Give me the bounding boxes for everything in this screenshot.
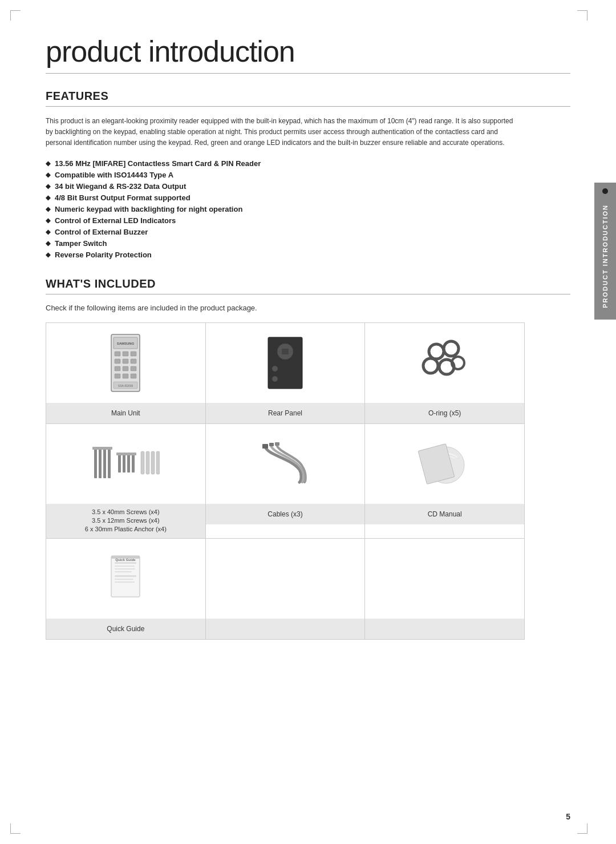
title-divider xyxy=(46,73,570,74)
svg-rect-14 xyxy=(131,374,136,378)
included-section-title: WHAT'S INCLUDED xyxy=(46,277,570,290)
svg-rect-7 xyxy=(123,359,128,364)
cables-icon xyxy=(257,441,314,487)
feature-item-8: Tamper Switch xyxy=(46,239,570,248)
svg-rect-19 xyxy=(282,349,289,354)
feature-item-9: Reverse Polarity Protection xyxy=(46,251,570,259)
feature-item-6: Control of External LED Indicators xyxy=(46,216,570,225)
svg-rect-4 xyxy=(123,352,128,356)
svg-rect-48 xyxy=(269,443,274,446)
svg-rect-5 xyxy=(131,352,136,356)
item-label-main-unit: Main Unit xyxy=(46,403,205,423)
item-cell-rear-panel: Rear Panel xyxy=(206,323,366,423)
feature-item-4: 4/8 Bit Burst Output Format supported xyxy=(46,193,570,202)
svg-rect-59 xyxy=(115,571,132,572)
svg-rect-11 xyxy=(131,366,136,371)
svg-rect-56 xyxy=(115,562,136,564)
svg-rect-10 xyxy=(123,366,128,371)
feature-item-7: Control of External Buzzer xyxy=(46,228,570,236)
svg-rect-27 xyxy=(94,447,97,478)
items-row-1: SAMSUNG SSA-R2000 xyxy=(46,323,524,424)
rear-panel-icon xyxy=(262,334,308,391)
svg-rect-41 xyxy=(132,453,135,473)
included-description: Check if the following items are include… xyxy=(46,304,570,312)
corner-mark-tl xyxy=(10,10,21,21)
svg-rect-29 xyxy=(99,447,102,478)
item-cell-cd: CD Manual xyxy=(365,424,524,538)
svg-text:SSA-R2000: SSA-R2000 xyxy=(118,384,133,387)
svg-point-23 xyxy=(444,341,459,356)
svg-rect-61 xyxy=(115,579,133,580)
feature-item-5: Numeric keypad with backlighting for nig… xyxy=(46,205,570,213)
side-tab: PRODUCT INTRODUCTION xyxy=(594,183,616,320)
item-image-cd xyxy=(365,424,524,504)
item-cell-oring: O-ring (x5) xyxy=(365,323,524,423)
item-label-oring: O-ring (x5) xyxy=(365,403,524,423)
corner-mark-br xyxy=(577,823,587,834)
svg-rect-12 xyxy=(115,374,120,378)
svg-rect-60 xyxy=(115,575,136,577)
item-cell-empty-1 xyxy=(206,539,366,639)
features-list: 13.56 MHz [MIFARE] Contactless Smart Car… xyxy=(46,159,570,259)
corner-mark-bl xyxy=(10,823,21,834)
included-divider xyxy=(46,294,570,294)
item-image-cables xyxy=(206,424,365,504)
item-cell-main-unit: SAMSUNG SSA-R2000 xyxy=(46,323,206,423)
item-label-quickguide: Quick Guide xyxy=(46,619,205,639)
svg-rect-44 xyxy=(146,451,149,474)
svg-rect-31 xyxy=(103,447,106,478)
corner-mark-tr xyxy=(577,10,587,21)
page-number: 5 xyxy=(566,812,570,821)
svg-rect-33 xyxy=(108,447,111,478)
svg-rect-62 xyxy=(115,581,135,583)
page-container: PRODUCT INTRODUCTION product introductio… xyxy=(0,0,616,844)
item-cell-cables: Cables (x3) xyxy=(206,424,366,538)
svg-rect-3 xyxy=(115,352,120,356)
empty-label-1 xyxy=(206,619,365,639)
svg-rect-6 xyxy=(115,359,120,364)
empty-image-1 xyxy=(206,539,365,619)
main-unit-icon: SAMSUNG SSA-R2000 xyxy=(106,332,145,394)
svg-rect-45 xyxy=(151,451,155,474)
item-image-rear-panel xyxy=(206,323,365,403)
item-label-screws: 3.5 x 40mm Screws (x4) 3.5 x 12mm Screws… xyxy=(46,504,205,538)
svg-rect-34 xyxy=(106,447,112,450)
empty-label-2 xyxy=(365,619,524,639)
svg-rect-13 xyxy=(123,374,128,378)
svg-point-21 xyxy=(272,376,278,382)
svg-rect-57 xyxy=(115,566,135,567)
item-image-screws xyxy=(46,424,205,504)
feature-item-1: 13.56 MHz [MIFARE] Contactless Smart Car… xyxy=(46,159,570,168)
features-section-title: FEATURES xyxy=(46,90,570,103)
feature-item-3: 34 bit Wiegand & RS-232 Data Output xyxy=(46,182,570,191)
item-image-main-unit: SAMSUNG SSA-R2000 xyxy=(46,323,205,403)
item-label-cd: CD Manual xyxy=(365,504,524,524)
side-tab-label: PRODUCT INTRODUCTION xyxy=(602,199,609,314)
svg-rect-9 xyxy=(115,366,120,371)
svg-rect-47 xyxy=(262,444,268,449)
item-cell-quickguide: Quick Guide Quick Guide xyxy=(46,539,206,639)
svg-rect-49 xyxy=(275,442,279,446)
svg-point-22 xyxy=(429,344,444,359)
svg-rect-42 xyxy=(130,453,136,455)
svg-rect-58 xyxy=(115,568,135,570)
item-label-rear-panel: Rear Panel xyxy=(206,403,365,423)
features-divider xyxy=(46,106,570,107)
svg-point-24 xyxy=(423,358,438,373)
item-label-cables: Cables (x3) xyxy=(206,504,365,524)
svg-rect-8 xyxy=(131,359,136,364)
oring-icon xyxy=(419,337,471,389)
svg-rect-35 xyxy=(118,453,121,473)
items-row-2: 3.5 x 40mm Screws (x4) 3.5 x 12mm Screws… xyxy=(46,424,524,539)
item-image-quickguide: Quick Guide xyxy=(46,539,205,619)
svg-rect-46 xyxy=(156,451,160,474)
items-grid: SAMSUNG SSA-R2000 xyxy=(46,322,525,640)
page-title: product introduction xyxy=(46,34,570,68)
feature-item-2: Compatible with ISO14443 Type A xyxy=(46,171,570,179)
item-cell-screws: 3.5 x 40mm Screws (x4) 3.5 x 12mm Screws… xyxy=(46,424,206,538)
svg-text:Quick Guide: Quick Guide xyxy=(116,558,136,562)
svg-point-20 xyxy=(272,366,278,371)
svg-rect-37 xyxy=(123,453,125,473)
items-row-3: Quick Guide Quick Guide xyxy=(46,539,524,639)
item-cell-empty-2 xyxy=(365,539,524,639)
